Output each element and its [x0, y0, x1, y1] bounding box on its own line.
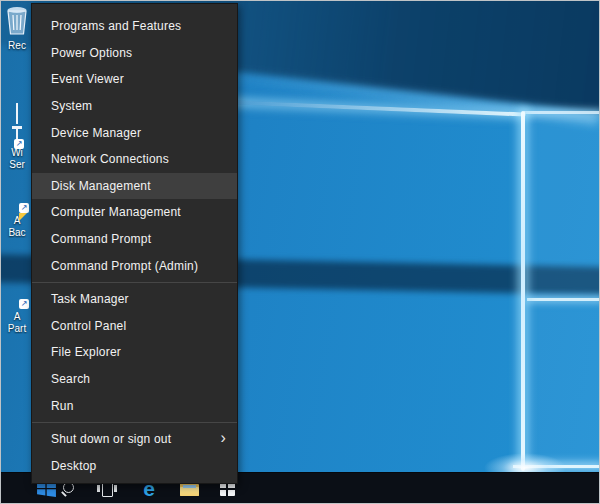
- desktop-icon-aomei-partition[interactable]: ↗ A Part: [2, 293, 32, 334]
- menu-item-run[interactable]: Run: [32, 392, 237, 419]
- menu-item-label: System: [51, 99, 92, 113]
- desktop-screen: Rec ↗ Wi Ser ↗ A Bac ↗ A Part: [0, 0, 600, 504]
- menu-item-label: Command Prompt (Admin): [51, 259, 198, 273]
- wallpaper-light-beam-soft: [200, 67, 598, 124]
- menu-item-label: Network Connections: [51, 152, 169, 166]
- wallpaper-light-beam: [226, 100, 526, 116]
- desktop-icon-label: Ser: [2, 159, 32, 171]
- menu-item-label: Computer Management: [51, 205, 181, 219]
- menu-item-label: Disk Management: [51, 179, 151, 193]
- wallpaper-frame-line-vertical: [521, 111, 525, 471]
- menu-item-label: Command Prompt: [51, 232, 151, 246]
- menu-item-disk-management[interactable]: Disk Management: [32, 173, 237, 200]
- menu-item-label: Shut down or sign out: [51, 432, 171, 446]
- menu-item-network-connections[interactable]: Network Connections: [32, 146, 237, 173]
- menu-item-system[interactable]: System: [32, 93, 237, 120]
- desktop-icon-label: A: [2, 215, 32, 227]
- wallpaper-frame-line-mid: [527, 298, 600, 301]
- menu-item-programs-and-features[interactable]: Programs and Features: [32, 13, 237, 40]
- shortcut-arrow-icon: ↗: [19, 203, 29, 213]
- menu-item-file-explorer[interactable]: File Explorer: [32, 339, 237, 366]
- menu-item-power-options[interactable]: Power Options: [32, 40, 237, 67]
- desktop-icon-label: A: [2, 311, 32, 323]
- menu-item-shut-down-or-sign-out[interactable]: Shut down or sign out ›: [32, 426, 237, 453]
- menu-item-task-manager[interactable]: Task Manager: [32, 286, 237, 313]
- power-user-menu: Programs and Features Power Options Even…: [31, 3, 238, 484]
- menu-item-search[interactable]: Search: [32, 366, 237, 393]
- menu-item-label: Programs and Features: [51, 19, 181, 33]
- desktop-icon-label: Bac: [2, 227, 32, 239]
- menu-item-label: File Explorer: [51, 345, 121, 359]
- menu-item-command-prompt-admin[interactable]: Command Prompt (Admin): [32, 252, 237, 279]
- desktop-icon-windows-server[interactable]: ↗ Wi Ser: [2, 105, 32, 170]
- menu-separator: [32, 422, 237, 423]
- desktop-icon-label: Part: [2, 323, 32, 335]
- submenu-chevron-icon: ›: [220, 429, 226, 447]
- menu-item-control-panel[interactable]: Control Panel: [32, 313, 237, 340]
- menu-item-label: Control Panel: [51, 319, 126, 333]
- shortcut-arrow-icon: ↗: [14, 139, 24, 149]
- menu-item-desktop[interactable]: Desktop: [32, 453, 237, 480]
- menu-item-label: Desktop: [51, 459, 96, 473]
- menu-item-computer-management[interactable]: Computer Management: [32, 199, 237, 226]
- wallpaper-window-pane: [527, 113, 600, 469]
- menu-item-label: Search: [51, 372, 90, 386]
- wallpaper-frame-line-top: [524, 111, 600, 114]
- desktop-icon-aomei-backupper[interactable]: ↗ A Bac: [2, 197, 32, 238]
- desktop-icon-label: Rec: [2, 40, 32, 52]
- menu-separator: [32, 282, 237, 283]
- windows-server-icon: ↗: [12, 105, 22, 147]
- menu-item-device-manager[interactable]: Device Manager: [32, 119, 237, 146]
- desktop-icon-recycle-bin[interactable]: Rec: [2, 4, 32, 52]
- menu-item-label: Device Manager: [51, 126, 141, 140]
- menu-item-label: Run: [51, 399, 74, 413]
- shortcut-arrow-icon: ↗: [19, 299, 29, 309]
- menu-item-label: Event Viewer: [51, 72, 124, 86]
- wallpaper-frame-line-bottom: [513, 465, 600, 468]
- menu-item-command-prompt[interactable]: Command Prompt: [32, 226, 237, 253]
- menu-item-label: Task Manager: [51, 292, 129, 306]
- menu-item-event-viewer[interactable]: Event Viewer: [32, 66, 237, 93]
- recycle-bin-icon: [4, 4, 30, 40]
- menu-item-label: Power Options: [51, 46, 132, 60]
